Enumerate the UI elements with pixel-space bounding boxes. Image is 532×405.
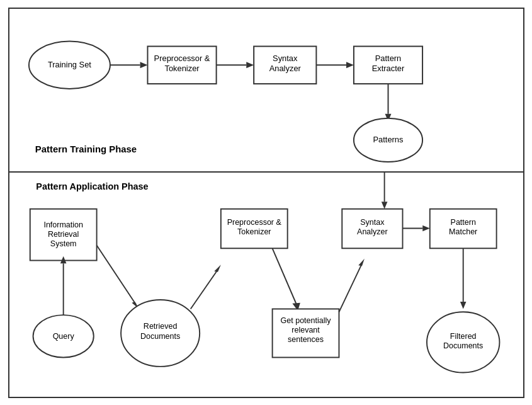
svg-text:Pattern Application Phase: Pattern Application Phase [36,181,148,191]
svg-text:Tokenizer: Tokenizer [164,64,200,73]
svg-text:Information: Information [43,220,83,229]
svg-marker-24 [381,202,387,209]
svg-marker-13 [346,62,354,68]
svg-marker-18 [385,113,391,121]
svg-point-19 [353,118,422,161]
svg-marker-44 [292,302,300,311]
svg-point-35 [121,300,200,367]
svg-rect-9 [254,46,316,84]
svg-text:Patterns: Patterns [373,135,403,144]
svg-line-33 [96,245,136,304]
svg-text:Pattern Training Phase: Pattern Training Phase [35,144,136,154]
svg-text:Matcher: Matcher [449,227,477,236]
svg-point-29 [33,315,93,357]
svg-rect-45 [272,309,339,357]
svg-rect-4 [147,46,216,84]
svg-line-43 [272,248,296,304]
svg-marker-8 [246,62,254,68]
svg-marker-50 [358,258,365,266]
svg-marker-60 [460,301,466,309]
svg-text:Get potentially: Get potentially [280,316,331,324]
svg-text:Analyzer: Analyzer [357,227,388,236]
svg-text:Preprocessor &: Preprocessor & [154,54,210,63]
svg-text:Pattern: Pattern [375,54,401,63]
svg-text:Filtered: Filtered [450,331,476,340]
svg-text:Extracter: Extracter [371,64,404,73]
svg-text:Retrieval: Retrieval [48,229,79,238]
svg-rect-56 [429,208,496,248]
svg-text:Training Set: Training Set [47,60,91,69]
svg-text:sentences: sentences [288,335,324,344]
diagram-container: Training Set Preprocessor & Tokenizer Sy… [8,8,524,398]
svg-text:Analyzer: Analyzer [269,64,301,73]
svg-marker-55 [422,225,430,231]
svg-marker-3 [140,62,147,68]
svg-point-0 [28,41,110,88]
svg-marker-32 [60,256,66,263]
top-section: Training Set Preprocessor & Tokenizer Sy… [9,9,523,173]
svg-marker-39 [214,265,221,272]
svg-text:System: System [50,239,76,248]
svg-text:Tokenizer: Tokenizer [237,227,271,236]
svg-text:Documents: Documents [443,341,483,350]
svg-text:Pattern: Pattern [450,217,475,226]
svg-point-61 [426,312,499,372]
svg-text:relevant: relevant [291,326,320,334]
svg-rect-51 [342,208,402,248]
bottom-section: Pattern Application Phase Information Re… [9,173,523,397]
svg-text:Preprocessor &: Preprocessor & [227,217,281,226]
svg-text:Query: Query [52,331,74,340]
svg-text:Syntax: Syntax [360,217,385,226]
svg-line-38 [190,269,217,309]
svg-text:Syntax: Syntax [273,54,298,63]
svg-text:Documents: Documents [140,331,180,340]
svg-rect-14 [353,46,422,84]
svg-line-49 [339,263,362,312]
svg-text:Retrieved: Retrieved [143,322,177,331]
svg-marker-34 [132,301,139,309]
svg-rect-25 [30,208,96,260]
svg-rect-40 [220,208,287,248]
